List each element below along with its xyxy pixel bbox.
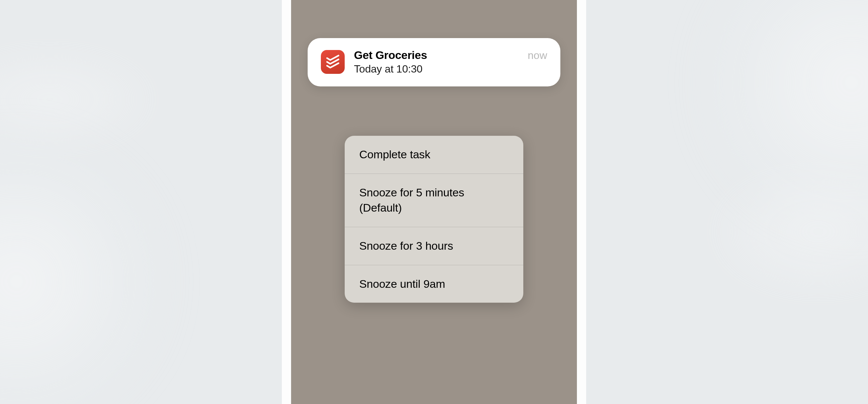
notification-card[interactable]: Get Groceries Today at 10:30 now — [308, 38, 560, 86]
background-decoration — [0, 50, 165, 149]
action-snooze-5min[interactable]: Snooze for 5 minutes (Default) — [345, 174, 523, 227]
notification-title: Get Groceries — [354, 49, 518, 62]
todoist-icon — [321, 50, 345, 74]
phone-frame: Get Groceries Today at 10:30 now Complet… — [282, 0, 586, 404]
notification-text: Get Groceries Today at 10:30 — [354, 49, 518, 75]
phone-screen: Get Groceries Today at 10:30 now Complet… — [291, 0, 577, 404]
notification-timestamp: now — [528, 49, 547, 62]
notification-action-menu: Complete task Snooze for 5 minutes (Defa… — [345, 136, 523, 303]
action-complete-task[interactable]: Complete task — [345, 136, 523, 174]
action-snooze-3hours[interactable]: Snooze for 3 hours — [345, 227, 523, 265]
background-decoration — [703, 166, 868, 298]
notification-subtitle: Today at 10:30 — [354, 63, 518, 75]
action-snooze-until-9am[interactable]: Snooze until 9am — [345, 265, 523, 303]
